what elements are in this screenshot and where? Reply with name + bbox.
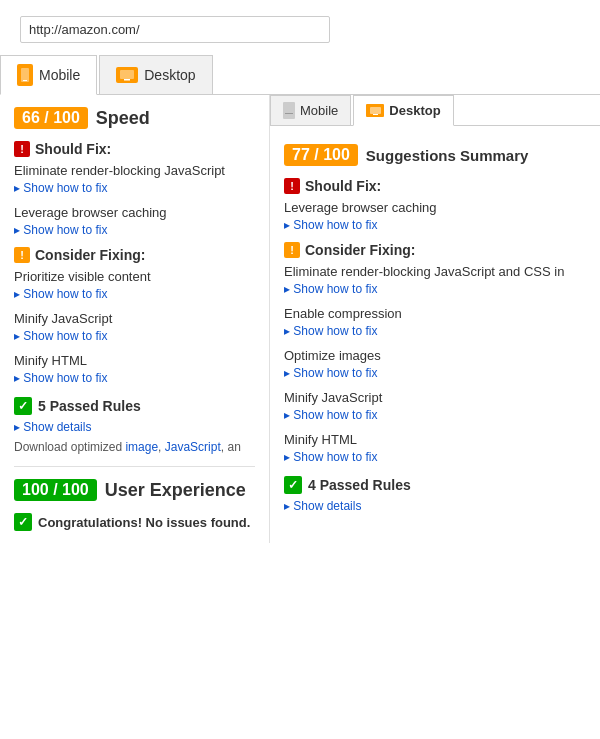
desktop-consider-link-4[interactable]: Show how to fix bbox=[284, 450, 377, 464]
mobile-tab-label: Mobile bbox=[39, 67, 80, 83]
svg-rect-5 bbox=[373, 114, 378, 115]
ux-score-badge: 100 / 100 bbox=[14, 479, 97, 501]
mobile-tab-icon bbox=[17, 64, 33, 86]
desktop-should-fix-title: ! Should Fix: bbox=[284, 178, 586, 194]
top-tabs: Mobile Desktop bbox=[0, 55, 600, 95]
desktop-consider-text-1: Enable compression bbox=[284, 306, 586, 321]
ux-label: User Experience bbox=[105, 480, 246, 501]
mobile-fix-text-0: Eliminate render-blocking JavaScript bbox=[14, 163, 255, 178]
mobile-consider-item-0: Prioritize visible content Show how to f… bbox=[14, 269, 255, 301]
mobile-fix-text-1: Leverage browser caching bbox=[14, 205, 255, 220]
desktop-inner-tabs: Mobile Desktop bbox=[270, 95, 600, 126]
desktop-fix-text-0: Leverage browser caching bbox=[284, 200, 586, 215]
desktop-consider-item-2: Optimize images Show how to fix bbox=[284, 348, 586, 380]
mobile-fix-item-1: Leverage browser caching Show how to fix bbox=[14, 205, 255, 237]
mobile-consider-link-2[interactable]: Show how to fix bbox=[14, 371, 107, 385]
download-js-link[interactable]: JavaScript bbox=[165, 440, 221, 454]
mobile-should-fix-title: ! Should Fix: bbox=[14, 141, 255, 157]
mobile-download-text: Download optimized image, JavaScript, an bbox=[14, 440, 255, 454]
right-desktop-monitor-icon bbox=[369, 106, 382, 116]
desktop-score-badge: 77 / 100 bbox=[284, 144, 358, 166]
desktop-consider-icon: ! bbox=[284, 242, 300, 258]
right-mobile-icon bbox=[283, 102, 295, 119]
desktop-consider-title: ! Consider Fixing: bbox=[284, 242, 586, 258]
right-mobile-label: Mobile bbox=[300, 103, 338, 118]
desktop-consider-link-0[interactable]: Show how to fix bbox=[284, 282, 377, 296]
mobile-passed-link[interactable]: Show details bbox=[14, 420, 91, 434]
url-input[interactable] bbox=[20, 16, 330, 43]
congrats-text: ✓ Congratulations! No issues found. bbox=[14, 513, 255, 531]
congrats-check-icon: ✓ bbox=[14, 513, 32, 531]
section-divider bbox=[14, 466, 255, 467]
speed-score-heading: 66 / 100 Speed bbox=[14, 107, 255, 129]
desktop-tab-icon-top bbox=[116, 67, 138, 83]
right-tab-mobile[interactable]: Mobile bbox=[270, 95, 351, 125]
svg-rect-3 bbox=[124, 79, 130, 81]
desktop-consider-text-2: Optimize images bbox=[284, 348, 586, 363]
desktop-consider-item-1: Enable compression Show how to fix bbox=[284, 306, 586, 338]
consider-fix-icon: ! bbox=[14, 247, 30, 263]
mobile-fix-link-1[interactable]: Show how to fix bbox=[14, 223, 107, 237]
desktop-consider-link-3[interactable]: Show how to fix bbox=[284, 408, 377, 422]
desktop-passed-section: ✓ 4 Passed Rules bbox=[284, 476, 586, 494]
mobile-consider-item-2: Minify HTML Show how to fix bbox=[14, 353, 255, 385]
desktop-monitor-icon bbox=[119, 69, 135, 81]
desktop-content: 77 / 100 Suggestions Summary ! Should Fi… bbox=[270, 136, 600, 521]
desktop-panel: Mobile Desktop 77 / 100 Suggestions Summ… bbox=[270, 95, 600, 543]
right-desktop-label: Desktop bbox=[389, 103, 440, 118]
svg-rect-4 bbox=[370, 107, 381, 114]
mobile-passed-check-icon: ✓ bbox=[14, 397, 32, 415]
svg-rect-1 bbox=[23, 80, 27, 81]
mobile-phone-icon bbox=[20, 67, 30, 83]
desktop-consider-item-4: Minify HTML Show how to fix bbox=[284, 432, 586, 464]
download-image-link[interactable]: image bbox=[125, 440, 158, 454]
mobile-consider-link-1[interactable]: Show how to fix bbox=[14, 329, 107, 343]
mobile-passed-label: 5 Passed Rules bbox=[38, 398, 141, 414]
desktop-passed-check-icon: ✓ bbox=[284, 476, 302, 494]
desktop-tab-label: Desktop bbox=[144, 67, 195, 83]
desktop-passed-link[interactable]: Show details bbox=[284, 499, 361, 513]
desktop-consider-link-2[interactable]: Show how to fix bbox=[284, 366, 377, 380]
desktop-score-heading: 77 / 100 Suggestions Summary bbox=[284, 144, 586, 166]
mobile-consider-text-1: Minify JavaScript bbox=[14, 311, 255, 326]
desktop-consider-link-1[interactable]: Show how to fix bbox=[284, 324, 377, 338]
mobile-consider-link-0[interactable]: Show how to fix bbox=[14, 287, 107, 301]
mobile-consider-text-2: Minify HTML bbox=[14, 353, 255, 368]
right-tab-desktop[interactable]: Desktop bbox=[353, 95, 453, 126]
mobile-consider-text-0: Prioritize visible content bbox=[14, 269, 255, 284]
desktop-consider-text-3: Minify JavaScript bbox=[284, 390, 586, 405]
mobile-panel: 66 / 100 Speed ! Should Fix: Eliminate r… bbox=[0, 95, 270, 543]
desktop-score-label: Suggestions Summary bbox=[366, 147, 529, 164]
svg-rect-2 bbox=[120, 70, 134, 79]
mobile-fix-link-0[interactable]: Show how to fix bbox=[14, 181, 107, 195]
should-fix-icon: ! bbox=[14, 141, 30, 157]
desktop-fix-item-0: Leverage browser caching Show how to fix bbox=[284, 200, 586, 232]
right-desktop-icon bbox=[366, 104, 384, 117]
mobile-passed-section: ✓ 5 Passed Rules bbox=[14, 397, 255, 415]
desktop-fix-link-0[interactable]: Show how to fix bbox=[284, 218, 377, 232]
speed-label: Speed bbox=[96, 108, 150, 129]
mobile-consider-item-1: Minify JavaScript Show how to fix bbox=[14, 311, 255, 343]
ux-score-heading: 100 / 100 User Experience bbox=[14, 479, 255, 501]
main-content: 66 / 100 Speed ! Should Fix: Eliminate r… bbox=[0, 95, 600, 543]
desktop-consider-item-0: Eliminate render-blocking JavaScript and… bbox=[284, 264, 586, 296]
tab-desktop[interactable]: Desktop bbox=[99, 55, 212, 94]
desktop-passed-label: 4 Passed Rules bbox=[308, 477, 411, 493]
desktop-should-fix-icon: ! bbox=[284, 178, 300, 194]
desktop-consider-item-3: Minify JavaScript Show how to fix bbox=[284, 390, 586, 422]
desktop-consider-text-0: Eliminate render-blocking JavaScript and… bbox=[284, 264, 586, 279]
svg-rect-0 bbox=[21, 68, 29, 82]
mobile-consider-title: ! Consider Fixing: bbox=[14, 247, 255, 263]
desktop-consider-text-4: Minify HTML bbox=[284, 432, 586, 447]
speed-score-badge: 66 / 100 bbox=[14, 107, 88, 129]
tab-mobile[interactable]: Mobile bbox=[0, 55, 97, 95]
mobile-fix-item-0: Eliminate render-blocking JavaScript Sho… bbox=[14, 163, 255, 195]
